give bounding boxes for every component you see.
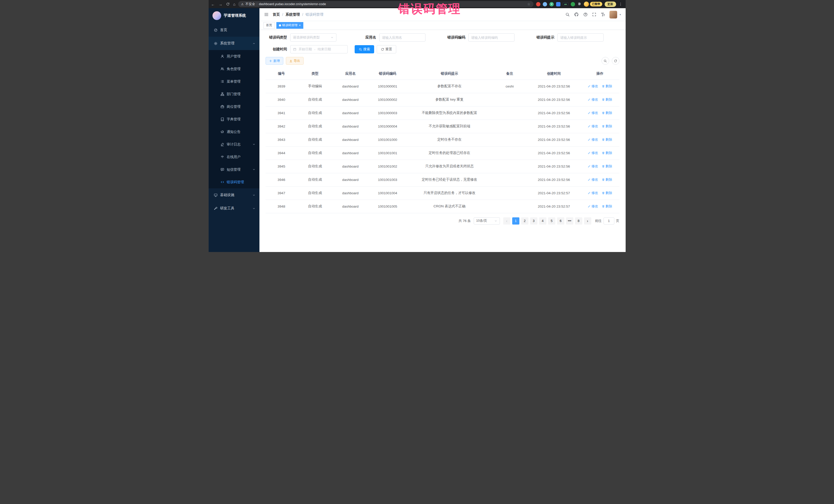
sidebar-subitem[interactable]: 岗位管理 [208, 100, 259, 113]
delete-link[interactable]: 删除 [602, 124, 612, 129]
delete-link[interactable]: 删除 [602, 151, 612, 155]
tab[interactable]: 首页 × [264, 22, 275, 29]
chrome-update-button[interactable]: 更新 [605, 2, 616, 7]
sidebar-toggle-icon[interactable] [264, 13, 269, 17]
reset-button[interactable]: 重置 [377, 45, 396, 53]
column-header: 备注 [492, 68, 527, 80]
edit-link[interactable]: 修改 [588, 164, 598, 169]
sidebar-item-home[interactable]: 首页 [208, 23, 259, 37]
sidebar-subitem[interactable]: 部门管理 [208, 88, 259, 100]
sidebar-group-header[interactable]: 基础设施 [208, 188, 259, 202]
search-icon [603, 59, 607, 63]
edit-link[interactable]: 修改 [588, 97, 598, 102]
prev-page-button[interactable]: ‹ [503, 217, 510, 224]
sidebar-subitem[interactable]: 角色管理 [208, 63, 259, 75]
extension-grid-icon[interactable] [556, 2, 561, 6]
edit-link[interactable]: 修改 [588, 124, 598, 129]
delete-link[interactable]: 删除 [602, 97, 612, 102]
page-button[interactable]: 3 [530, 217, 537, 224]
extensions-puzzle-icon[interactable] [577, 2, 581, 6]
app-name-input[interactable] [379, 34, 425, 42]
github-icon[interactable] [574, 12, 579, 17]
edit-link[interactable]: 修改 [588, 111, 598, 115]
tab-close-icon[interactable]: × [299, 24, 301, 27]
chevron-down-icon [253, 207, 255, 210]
delete-link[interactable]: 删除 [602, 137, 612, 142]
back-icon[interactable]: ← [211, 2, 215, 6]
breadcrumb-item[interactable]: 首页 / [273, 12, 286, 17]
not-secure-warning-icon: ⚠ [241, 3, 244, 6]
chevron-down-icon [331, 36, 334, 39]
delete-link[interactable]: 删除 [602, 164, 612, 169]
edit-link[interactable]: 修改 [588, 177, 598, 182]
page-button[interactable]: 8 [575, 217, 582, 224]
app-logo[interactable]: 芋道管理系统 [208, 8, 259, 23]
page-button[interactable]: 6 [557, 217, 564, 224]
sidebar-group-header[interactable]: 研发工具 [208, 202, 259, 215]
edit-pencil-icon [588, 85, 591, 88]
sidebar-subitem[interactable]: 审计日志 [208, 138, 259, 151]
error-message-input[interactable] [557, 34, 603, 42]
search-icon[interactable] [565, 12, 570, 17]
delete-link[interactable]: 删除 [602, 191, 612, 195]
delete-link[interactable]: 删除 [602, 204, 612, 209]
caret-down-icon[interactable]: ▾ [619, 13, 621, 16]
date-range-picker[interactable]: 开始日期 - 结束日期 [290, 45, 348, 53]
home-icon[interactable]: ⌂ [233, 2, 236, 6]
page-size-select[interactable]: 10条/页 [474, 217, 500, 224]
delete-link[interactable]: 删除 [602, 84, 612, 89]
extension-green-icon[interactable] [571, 2, 575, 6]
sidebar-subitem[interactable]: 用户管理 [208, 50, 259, 63]
user-avatar[interactable] [610, 11, 617, 19]
breadcrumb-item[interactable]: 系统管理 / [285, 12, 305, 17]
fullscreen-icon[interactable] [592, 12, 596, 17]
sidebar-subitem[interactable]: 菜单管理 [208, 75, 259, 88]
sidebar-group-system-header[interactable]: 系统管理 [208, 37, 259, 50]
reload-icon[interactable] [226, 2, 230, 6]
page-button[interactable]: 2 [521, 217, 528, 224]
delete-link-label: 删除 [606, 151, 612, 155]
menu-item-icon [220, 117, 224, 121]
cell-type: 自动生成 [298, 146, 333, 160]
delete-link[interactable]: 删除 [602, 111, 612, 115]
search-button[interactable]: 搜索 [355, 45, 374, 53]
sidebar-subitem[interactable]: 错误码管理 [208, 176, 259, 188]
goto-page-input[interactable] [603, 217, 614, 224]
sidebar-subitem[interactable]: 通知公告 [208, 126, 259, 138]
edit-link[interactable]: 修改 [588, 151, 598, 155]
edit-link[interactable]: 修改 [588, 191, 598, 195]
page-button[interactable]: 5 [548, 217, 555, 224]
sidebar-subitem[interactable]: 在线用户 [208, 151, 259, 163]
edit-link[interactable]: 修改 [588, 137, 598, 142]
export-button[interactable]: 导出 [286, 57, 304, 65]
sidebar-subitem[interactable]: 字典管理 [208, 113, 259, 126]
error-type-select[interactable]: 请选择错误码类型 [290, 34, 336, 42]
error-code-input[interactable] [468, 34, 514, 42]
extension-vue-devtools-icon[interactable]: V [549, 2, 554, 6]
bookmark-star-icon[interactable]: ☆ [527, 2, 530, 6]
extension-red-icon[interactable] [536, 2, 541, 6]
forward-icon[interactable]: → [219, 2, 222, 6]
extension-blue-icon[interactable] [543, 2, 547, 6]
chrome-menu-icon[interactable]: ⋮ [618, 2, 623, 6]
toggle-search-button[interactable] [601, 57, 609, 65]
edit-link-label: 修改 [592, 177, 598, 182]
add-button[interactable]: 新增 [266, 57, 283, 65]
edit-link[interactable]: 修改 [588, 204, 598, 209]
tab[interactable]: 错误码管理 × [277, 22, 304, 29]
page-button[interactable]: 4 [539, 217, 546, 224]
next-page-button[interactable]: › [584, 217, 591, 224]
page-button[interactable]: ••• [566, 217, 573, 224]
refresh-table-button[interactable] [612, 57, 619, 65]
font-size-icon[interactable] [601, 12, 605, 17]
table-row: 3946 自动生成 dashboard 1001001003 定时任务已经处于该… [266, 173, 619, 186]
sidebar-subitem[interactable]: 短信管理 [208, 163, 259, 176]
extension-on-badge[interactable]: on [563, 2, 568, 6]
edit-link[interactable]: 修改 [588, 84, 598, 89]
breadcrumb-item[interactable]: 错误码管理 / [305, 12, 323, 17]
profile-chip[interactable]: 已暂停 [584, 2, 602, 7]
delete-link[interactable]: 删除 [602, 177, 612, 182]
address-bar[interactable]: ⚠ 不安全 dashboard.yudao.iocoder.cn/system/… [238, 1, 533, 7]
page-button[interactable]: 1 [512, 217, 520, 224]
help-icon[interactable] [583, 12, 588, 17]
